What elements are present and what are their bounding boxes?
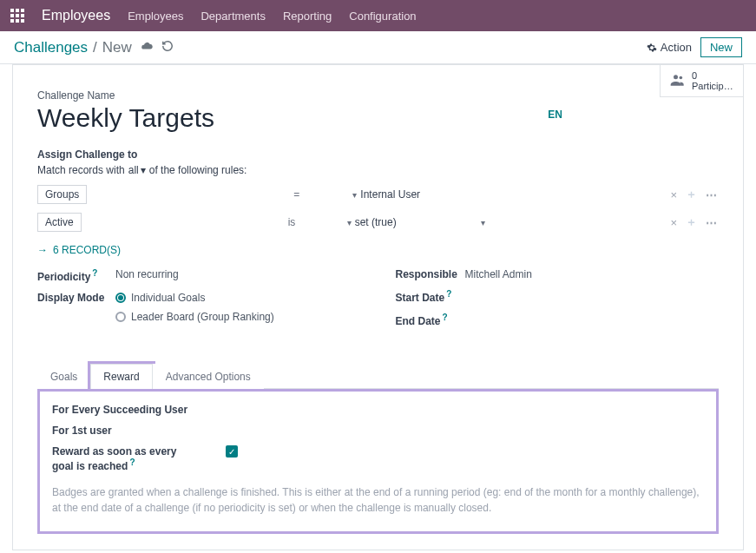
tab-goals[interactable]: Goals [37,364,90,389]
match-mode-dropdown[interactable]: all ▾ [128,164,146,176]
participants-stat-button[interactable]: 0 Participa… [660,65,743,97]
breadcrumb-current: New [102,39,132,56]
nav-configuration[interactable]: Configuration [349,10,416,23]
domain-rule-row: Groups = ▾ Internal User × ＋ ⋯ [37,185,719,204]
gear-icon [647,43,657,53]
nav-employees[interactable]: Employees [128,10,183,23]
matching-records-link[interactable]: → 6 RECORD(S) [37,244,719,256]
reward-help-text: Badges are granted when a challenge is f… [52,484,704,516]
app-brand[interactable]: Employees [42,8,110,23]
cloud-save-icon[interactable] [141,40,153,55]
periodicity-value[interactable]: Non recurring [115,268,179,280]
caret-down-icon[interactable]: ▾ [481,218,485,227]
notebook-tabs: Goals Reward Advanced Options [37,363,719,389]
rule-value-select[interactable]: ▾ set (true) [347,216,469,228]
breadcrumb-separator: / [93,39,97,56]
discard-icon[interactable] [161,40,174,55]
responsible-value[interactable]: Mitchell Admin [465,268,532,280]
rule-operator[interactable]: is [288,216,340,228]
help-icon[interactable]: ? [92,268,97,278]
caret-down-icon: ▾ [352,190,357,200]
breadcrumb-root[interactable]: Challenges [14,39,88,56]
rule-field-select[interactable]: Groups [37,185,87,204]
end-date-label: End Date? [396,313,465,327]
svg-point-1 [680,76,683,79]
users-icon [669,71,687,91]
display-mode-leaderboard[interactable]: Leader Board (Group Ranking) [115,311,274,323]
apps-icon[interactable] [10,9,24,23]
rule-more-icon[interactable]: ⋯ [706,188,719,201]
reward-first-user-label: For 1st user [52,425,191,437]
participants-label: Participa… [692,81,734,91]
participants-count: 0 [692,70,734,81]
responsible-label: Responsible [396,268,465,280]
display-mode-label: Display Mode [37,292,115,304]
rule-more-icon[interactable]: ⋯ [706,216,719,229]
help-icon[interactable]: ? [446,289,451,299]
control-panel: Challenges / New Action New [0,31,756,64]
arrow-right-icon: → [37,244,48,256]
domain-match-line: Match records with all ▾ of the followin… [37,164,719,176]
language-toggle[interactable]: EN [548,109,562,121]
rule-remove-icon[interactable]: × [670,216,677,229]
display-mode-individual[interactable]: Individual Goals [115,292,274,304]
tab-advanced[interactable]: Advanced Options [153,364,264,389]
rule-add-icon[interactable]: ＋ [686,187,697,202]
nav-departments[interactable]: Departments [201,10,265,23]
assign-label: Assign Challenge to [37,148,719,161]
rule-value-select[interactable]: ▾ Internal User [352,188,474,201]
periodicity-label: Periodicity? [37,268,115,283]
rule-field-select[interactable]: Active [37,213,82,232]
rule-add-icon[interactable]: ＋ [686,214,697,230]
rule-remove-icon[interactable]: × [670,188,677,201]
action-menu[interactable]: Action [647,41,692,54]
caret-down-icon: ▾ [347,218,352,227]
svg-point-0 [674,75,678,79]
tab-reward[interactable]: Reward [90,364,152,389]
main-navbar: Employees Employees Departments Reportin… [0,0,756,31]
reward-asap-checkbox[interactable]: ✓ [226,445,238,458]
form-sheet: 0 Participa… Challenge Name Weekly Targe… [12,64,744,550]
reward-tab-panel: For Every Succeeding User For 1st user R… [37,389,719,534]
radio-checked-icon [115,293,126,303]
name-field-label: Challenge Name [37,89,719,102]
help-icon[interactable]: ? [129,458,135,467]
breadcrumb: Challenges / New [14,39,132,56]
radio-unchecked-icon [115,312,126,322]
help-icon[interactable]: ? [443,313,448,322]
start-date-label: Start Date? [396,289,465,304]
rule-operator[interactable]: = [293,188,345,201]
domain-rule-row: Active is ▾ set (true) ▾ × ＋ ⋯ [37,213,719,232]
nav-reporting[interactable]: Reporting [283,10,332,23]
challenge-name-input[interactable]: Weekly Targets [37,103,548,133]
new-button[interactable]: New [700,37,742,57]
reward-asap-label: Reward as soon as every goal is reached? [52,445,191,472]
reward-every-user-label: For Every Succeeding User [52,404,191,416]
caret-down-icon: ▾ [141,164,146,176]
